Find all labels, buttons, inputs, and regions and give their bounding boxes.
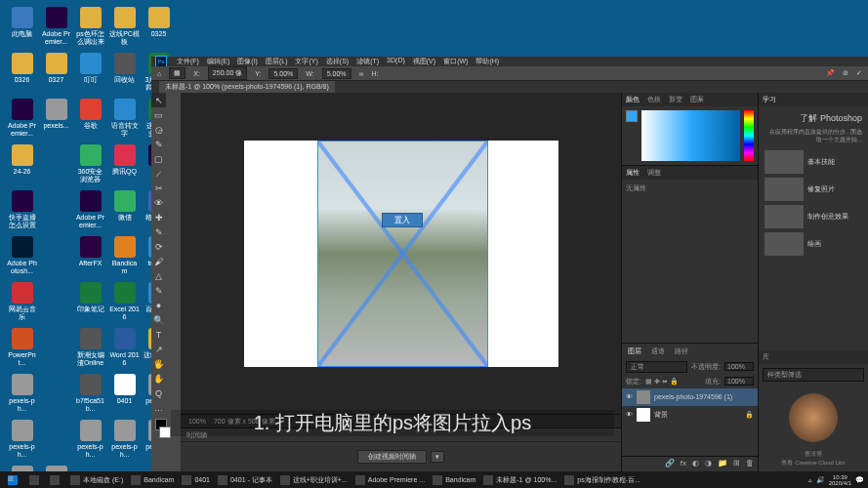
pin-icon[interactable]: 📌 bbox=[826, 69, 835, 77]
notification-icon[interactable]: 💬 bbox=[855, 476, 864, 484]
desktop-icon[interactable]: 谷歌 bbox=[73, 97, 107, 141]
desktop-icon[interactable]: 新潮女编渣Online bbox=[73, 326, 107, 370]
desktop-icon[interactable]: 叮叮 bbox=[73, 51, 107, 95]
taskbar-button[interactable]: 未标题-1 @ 100%... bbox=[479, 471, 560, 488]
taskbar-button[interactable]: Bandicam bbox=[127, 471, 178, 488]
tool-button[interactable]: ⟋ bbox=[151, 166, 166, 181]
panel-tab[interactable]: 图层 bbox=[628, 346, 641, 356]
desktop-icon[interactable]: Adobe Premier... bbox=[39, 5, 73, 49]
tool-button[interactable]: △ bbox=[151, 268, 166, 283]
desktop-icon[interactable]: Adobe Premier... bbox=[73, 188, 107, 232]
learn-item[interactable]: 修复照片 bbox=[765, 178, 862, 201]
tool-button[interactable]: 👁 bbox=[151, 195, 166, 210]
desktop-icon[interactable]: 0401 bbox=[107, 372, 142, 416]
menu-item[interactable]: 选择(S) bbox=[326, 57, 349, 66]
learn-item[interactable]: 制作创意效果 bbox=[765, 205, 862, 228]
clock[interactable]: 10:39 2020/4/1 bbox=[829, 474, 851, 486]
desktop-icon[interactable]: 360安全浏览器 bbox=[73, 142, 107, 186]
tool-button[interactable]: ▭ bbox=[151, 107, 166, 122]
desktop-icon[interactable]: pexels-ph... bbox=[107, 418, 142, 462]
tool-button[interactable]: … bbox=[151, 400, 166, 415]
layer-name[interactable]: 背景 bbox=[654, 410, 668, 420]
menu-item[interactable]: 帮助(H) bbox=[475, 57, 499, 66]
tool-button[interactable]: ⟳ bbox=[151, 239, 166, 254]
link-icon[interactable]: 🔗 bbox=[665, 459, 675, 469]
taskbar-button[interactable]: 0401 bbox=[178, 471, 214, 488]
panel-tab[interactable]: 调整 bbox=[647, 168, 661, 178]
trash-icon[interactable]: 🗑 bbox=[746, 459, 754, 469]
layer-name[interactable]: pexels-photo-1974596 (1) bbox=[654, 393, 732, 400]
mask-icon[interactable]: ◐ bbox=[692, 459, 699, 469]
menu-item[interactable]: 图层(L) bbox=[266, 57, 288, 66]
desktop-icon[interactable]: 微信 bbox=[107, 188, 142, 232]
panel-tab[interactable]: 新变 bbox=[669, 95, 682, 104]
panel-tab[interactable]: 路径 bbox=[675, 346, 688, 356]
learn-item[interactable]: 基本技能 bbox=[765, 150, 862, 174]
taskbar-button[interactable]: Bandicam bbox=[429, 471, 479, 488]
desktop-icon[interactable] bbox=[39, 326, 73, 370]
desktop-icon[interactable] bbox=[39, 280, 73, 324]
color-gradient[interactable] bbox=[641, 110, 740, 161]
desktop-icon[interactable]: pexels-ph... bbox=[5, 418, 39, 462]
desktop-icon[interactable]: 语音转文字 bbox=[107, 97, 142, 141]
doc-tab[interactable]: 未标题-1 @ 100% (pexels-photo-1974596 (1), … bbox=[159, 81, 335, 93]
menu-item[interactable]: 图像(I) bbox=[237, 57, 258, 66]
desktop-icon[interactable] bbox=[39, 142, 73, 186]
taskbar-button[interactable]: 0401 - 记事本 bbox=[214, 471, 276, 488]
tray-icon[interactable]: ▵ bbox=[808, 476, 812, 484]
learn-item[interactable]: 绘画 bbox=[765, 232, 862, 256]
taskbar-button[interactable]: 本地磁盘 (E:) bbox=[66, 471, 127, 488]
tool-button[interactable]: Q bbox=[151, 386, 166, 400]
desktop-icon[interactable]: 0326 bbox=[5, 51, 39, 95]
desktop-icon[interactable]: Adobe Photosh... bbox=[5, 234, 39, 278]
desktop-icon[interactable]: Excel 2016 bbox=[107, 280, 142, 324]
desktop-icon[interactable]: 0325 bbox=[142, 5, 176, 49]
desktop-icon[interactable]: 腾讯QQ bbox=[107, 142, 142, 186]
tool-preset[interactable]: ▦ bbox=[169, 67, 186, 79]
x-input[interactable]: 250.00 像 bbox=[208, 66, 247, 80]
timeline-tab[interactable]: 时间轴 bbox=[186, 430, 207, 440]
desktop-icon[interactable]: 印象笔记 bbox=[73, 280, 107, 324]
desktop-icon[interactable]: pexels... bbox=[39, 97, 73, 141]
desktop-icon[interactable]: 24-26 bbox=[5, 142, 39, 186]
fg-swatch[interactable] bbox=[626, 110, 638, 122]
w-input[interactable]: 5.00% bbox=[322, 68, 351, 79]
new-layer-icon[interactable]: ⊞ bbox=[733, 459, 740, 469]
fx-icon[interactable]: fx bbox=[681, 459, 686, 469]
color-panel[interactable] bbox=[622, 106, 758, 165]
start-button[interactable]: ⊞ bbox=[4, 471, 21, 488]
menu-item[interactable]: 编辑(E) bbox=[207, 57, 229, 66]
taskbar-button[interactable]: ps海报制作教程-百... bbox=[560, 471, 644, 488]
menu-item[interactable]: 滤镜(T) bbox=[356, 57, 379, 66]
desktop-icon[interactable]: Word 2016 bbox=[107, 326, 142, 370]
panel-tab[interactable]: 图案 bbox=[690, 95, 704, 104]
library-tab[interactable]: 库 bbox=[763, 352, 769, 362]
menu-item[interactable]: 文字(Y) bbox=[295, 57, 317, 66]
hue-slider[interactable] bbox=[744, 110, 754, 161]
desktop-icon[interactable]: AfterFX bbox=[73, 234, 107, 278]
desktop-icon[interactable]: 此电脑 bbox=[5, 5, 39, 49]
desktop-icon[interactable]: 网易云音乐 bbox=[5, 280, 39, 324]
tool-button[interactable]: ✎ bbox=[151, 224, 166, 239]
place-button[interactable]: 置入 bbox=[382, 213, 423, 227]
desktop-icon[interactable]: pexels-ph... bbox=[73, 418, 107, 462]
panel-tab[interactable]: 通道 bbox=[651, 346, 665, 356]
desktop-icon[interactable]: pexels-ph... bbox=[5, 372, 39, 416]
user-avatar[interactable] bbox=[789, 393, 838, 442]
create-timeline-button[interactable]: 创建视频时间轴 bbox=[357, 450, 427, 464]
tool-button[interactable]: 🔍 bbox=[151, 312, 166, 327]
cancel-icon[interactable]: ⊘ bbox=[843, 69, 848, 77]
timeline-dropdown[interactable]: ▾ bbox=[431, 451, 444, 463]
y-input[interactable]: 5.00% bbox=[269, 68, 298, 79]
menu-item[interactable]: 3D(D) bbox=[387, 57, 405, 66]
desktop-icon[interactable]: b7f5ca51b... bbox=[73, 372, 107, 416]
bg-color[interactable] bbox=[159, 427, 171, 438]
menu-item[interactable]: 窗口(W) bbox=[443, 57, 468, 66]
tray-icon[interactable]: 🔊 bbox=[816, 476, 825, 484]
tool-button[interactable]: ✂ bbox=[151, 181, 166, 195]
tool-button[interactable]: ↖ bbox=[151, 93, 166, 107]
tool-button[interactable]: 🖌 bbox=[151, 254, 166, 268]
fill-input[interactable]: 100% bbox=[724, 377, 754, 386]
document[interactable]: 置入 bbox=[244, 141, 558, 367]
desktop-icon[interactable]: 回收站 bbox=[107, 51, 142, 95]
